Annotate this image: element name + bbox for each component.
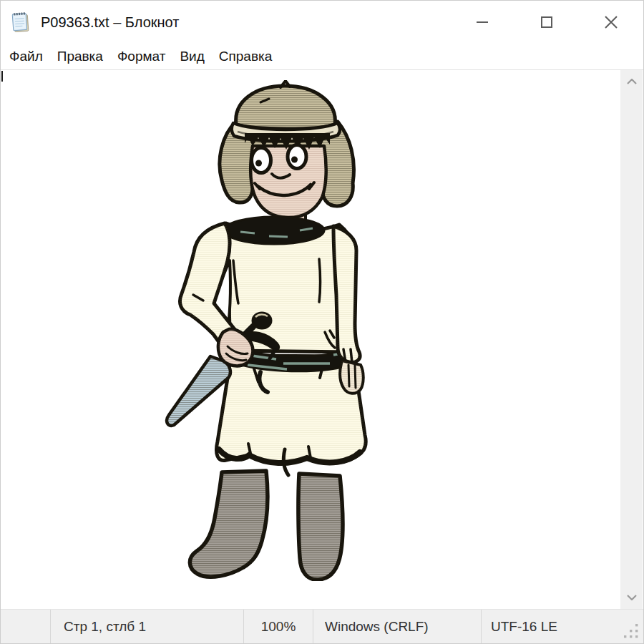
menu-item-format[interactable]: Формат (110, 46, 173, 67)
right-arm-sleeve (333, 226, 360, 363)
title-bar[interactable]: P09363.txt – Блокнот (1, 1, 643, 44)
chevron-down-icon (627, 595, 637, 600)
resize-grip-icon[interactable] (624, 624, 640, 640)
minimize-button[interactable] (450, 1, 514, 43)
scroll-down-button[interactable] (620, 590, 643, 605)
notepad-icon[interactable] (9, 11, 32, 34)
scroll-up-button[interactable] (620, 74, 643, 89)
minimize-icon (474, 14, 490, 30)
chevron-up-icon (627, 79, 637, 84)
maximize-icon (539, 14, 555, 30)
character-illustration (162, 80, 384, 581)
text-area[interactable] (1, 70, 643, 609)
window-title: P09363.txt – Блокнот (41, 14, 179, 31)
notepad-window: P09363.txt – Блокнот Файл Правка Формат (0, 0, 644, 644)
text-caret (1, 71, 3, 82)
menu-item-file[interactable]: Файл (2, 46, 50, 67)
status-encoding: UTF-16 LE (482, 610, 643, 643)
status-cell-blank (1, 610, 51, 643)
menu-item-view[interactable]: Вид (172, 46, 211, 67)
cap (232, 81, 340, 141)
collar (224, 217, 324, 244)
status-bar: Стр 1, стлб 1 100% Windows (CRLF) UTF-16… (1, 609, 643, 643)
menu-bar: Файл Правка Формат Вид Справка (1, 44, 643, 70)
face (245, 133, 330, 218)
close-icon (602, 14, 620, 31)
maximize-button[interactable] (514, 1, 579, 43)
menu-item-edit[interactable]: Правка (50, 46, 110, 67)
boots (190, 471, 343, 580)
vertical-scrollbar[interactable] (620, 70, 643, 609)
status-zoom-level: 100% (244, 610, 313, 643)
status-line-endings: Windows (CRLF) (313, 610, 482, 643)
window-controls (450, 1, 643, 43)
right-hand (340, 361, 364, 394)
close-button[interactable] (579, 1, 643, 43)
menu-item-help[interactable]: Справка (212, 46, 280, 67)
status-cursor-position: Стр 1, стлб 1 (51, 610, 244, 643)
status-encoding-label: UTF-16 LE (491, 619, 557, 635)
